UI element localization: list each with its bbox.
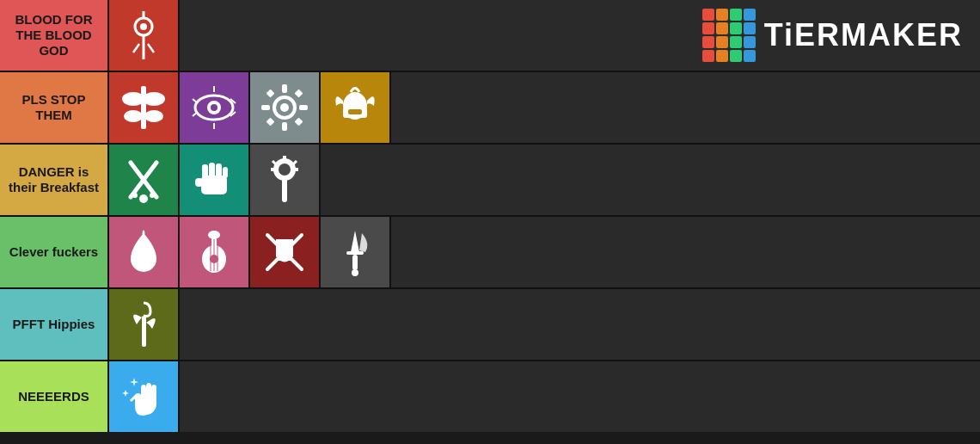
logo-cell (716, 9, 728, 21)
svg-rect-41 (216, 163, 222, 178)
svg-rect-64 (346, 251, 364, 255)
svg-point-10 (144, 110, 163, 122)
logo-cell (702, 36, 714, 48)
svg-point-21 (280, 103, 289, 112)
svg-rect-32 (348, 109, 362, 114)
tier-row-3: DANGER is their Breakfast (0, 145, 980, 217)
logo-cell (730, 50, 742, 62)
tier-item[interactable] (180, 217, 250, 287)
tier-item[interactable] (109, 289, 180, 360)
nature-icon (118, 299, 169, 350)
mace-icon (259, 154, 310, 206)
svg-point-35 (139, 194, 148, 203)
tier-item[interactable] (109, 145, 180, 215)
tier-item[interactable] (109, 0, 180, 71)
svg-rect-22 (282, 84, 287, 93)
svg-rect-67 (142, 316, 146, 347)
fist-icon (188, 154, 240, 206)
app-container: TiERMAKER BLOOD FOR THE BLOOD GOD PLS ST… (0, 0, 980, 444)
tier-items-2 (107, 72, 980, 143)
svg-rect-39 (202, 164, 208, 178)
logo-cell (702, 9, 714, 21)
logo-cell (702, 22, 714, 34)
svg-point-52 (279, 163, 291, 176)
svg-rect-65 (352, 255, 358, 270)
logo-cell (716, 22, 728, 34)
logo-cell (744, 22, 756, 34)
svg-point-36 (132, 193, 138, 198)
svg-rect-24 (261, 105, 270, 110)
logo-cell (702, 50, 714, 62)
tier-label-6: NEEEERDS (0, 361, 107, 432)
tier-row-2: PLS STOP THEM (0, 72, 980, 145)
svg-point-9 (124, 110, 143, 122)
chaos-icon (118, 9, 169, 61)
tiermaker-logo: TiERMAKER (702, 9, 963, 62)
svg-rect-42 (223, 167, 228, 178)
logo-cell (716, 50, 728, 62)
svg-line-50 (273, 161, 277, 165)
tier-label-3: DANGER is their Breakfast (0, 145, 107, 215)
claw-icon (118, 154, 169, 206)
svg-point-55 (208, 231, 220, 239)
logo-cell (716, 36, 728, 48)
svg-rect-29 (295, 118, 303, 126)
tier-items-3 (107, 145, 980, 215)
tier-item[interactable] (321, 72, 391, 143)
tier-label-4: Clever fuckers (0, 217, 107, 287)
tier-row-6: NEEEERDS (0, 361, 980, 432)
potion-icon (118, 226, 169, 278)
svg-line-3 (133, 44, 139, 52)
tier-item[interactable] (250, 217, 321, 287)
tier-item[interactable] (180, 145, 250, 215)
tier-label-5: PFFT Hippies (0, 289, 107, 360)
logo-cell (744, 50, 756, 62)
logo-cell (744, 9, 756, 21)
arcane-icon (118, 371, 169, 422)
logo-cell (730, 22, 742, 34)
tier-item[interactable] (109, 217, 180, 287)
svg-line-51 (292, 161, 297, 165)
sword-shield-icon (259, 226, 310, 278)
svg-rect-43 (195, 178, 203, 187)
winged-helm-icon (329, 82, 381, 133)
svg-point-37 (150, 193, 155, 198)
tier-item[interactable] (109, 72, 180, 143)
svg-line-4 (148, 44, 154, 52)
svg-rect-40 (209, 163, 215, 178)
logo-cell (744, 36, 756, 48)
eye-icon (188, 82, 240, 133)
tier-row-4: Clever fuckers (0, 217, 980, 289)
svg-point-66 (352, 269, 358, 276)
logo-cell (730, 9, 742, 21)
tier-row-5: PFFT Hippies (0, 289, 980, 361)
lute-icon (188, 226, 240, 278)
double-axe-icon (118, 82, 169, 133)
logo-grid (702, 9, 756, 62)
svg-rect-28 (266, 118, 275, 126)
tier-label-2: PLS STOP THEM (0, 72, 107, 143)
svg-rect-38 (201, 176, 227, 194)
tier-item[interactable] (109, 361, 180, 432)
logo-cell (730, 36, 742, 48)
tier-items-4 (107, 217, 980, 287)
dagger-icon (329, 226, 381, 278)
svg-point-13 (211, 104, 217, 111)
svg-rect-27 (295, 89, 303, 98)
tier-item[interactable] (321, 217, 391, 287)
svg-rect-23 (282, 122, 287, 131)
tier-item[interactable] (180, 72, 250, 143)
svg-point-8 (143, 92, 165, 106)
svg-point-7 (122, 92, 144, 106)
tier-items-5 (107, 289, 980, 360)
tier-label-1: BLOOD FOR THE BLOOD GOD (0, 0, 107, 71)
logo-text: TiERMAKER (764, 17, 963, 53)
svg-point-5 (140, 23, 147, 30)
svg-rect-6 (141, 86, 146, 129)
tier-item[interactable] (250, 145, 321, 215)
tier-items-6 (107, 361, 980, 432)
tier-item[interactable] (250, 72, 321, 143)
cog-icon (259, 82, 310, 133)
svg-rect-26 (266, 89, 275, 98)
svg-rect-25 (299, 105, 308, 110)
